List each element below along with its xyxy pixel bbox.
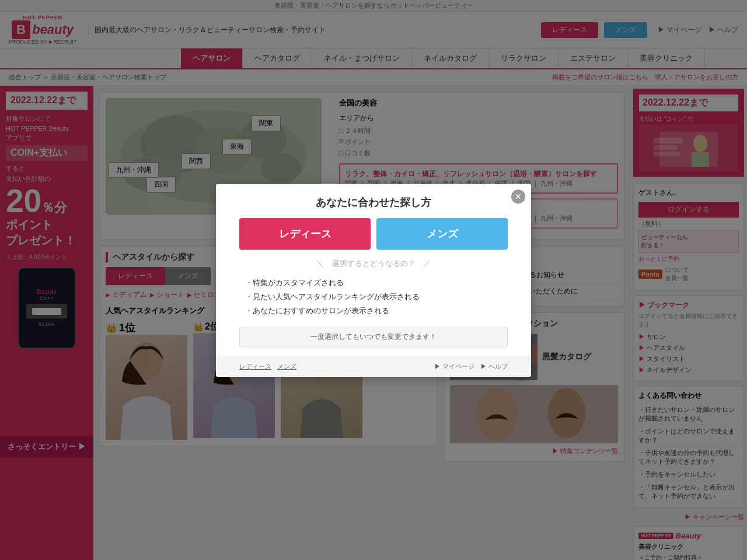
modal-benefits: 特集がカスタマイズされる 見たい人気ヘアスタイルランキングが表示される あなたに… (216, 276, 531, 318)
modal-footer: レディース メンズ ▶ マイページ ▶ ヘルプ (216, 356, 531, 377)
footer-ladies-link[interactable]: レディース (239, 362, 271, 371)
modal-gender-btns: レディース メンズ (216, 218, 531, 258)
modal-footer-navlinks: ▶ マイページ ▶ ヘルプ (434, 362, 508, 371)
footer-help-link[interactable]: ▶ ヘルプ (480, 362, 508, 371)
modal-note: 一度選択してもいつでも変更できます！ (239, 327, 508, 347)
question-prefix: ＼ (316, 259, 324, 268)
modal-footer-links: レディース メンズ (239, 362, 296, 371)
footer-mypage-link[interactable]: ▶ マイページ (434, 362, 474, 371)
footer-mens-link[interactable]: メンズ (277, 362, 296, 371)
modal-question: ＼ 選択するとどうなるの？ ／ (216, 258, 531, 269)
modal-benefit-2: 見たい人気ヘアスタイルランキングが表示される (245, 290, 502, 304)
modal-mens-btn[interactable]: メンズ (376, 218, 508, 250)
modal-benefit-3: あなたにおすすめのサロンが表示される (245, 304, 502, 318)
modal-close-btn[interactable]: ✕ (511, 190, 525, 204)
modal-overlay[interactable]: ✕ あなたに合わせた探し方 レディース メンズ ＼ 選択するとどうなるの？ ／ … (0, 0, 747, 560)
modal-ladies-btn[interactable]: レディース (239, 218, 371, 250)
modal-benefit-1: 特集がカスタマイズされる (245, 276, 502, 290)
question-text: 選択するとどうなるの？ (332, 259, 416, 268)
modal-title: あなたに合わせた探し方 (216, 184, 531, 218)
question-suffix: ／ (423, 259, 431, 268)
modal-box: ✕ あなたに合わせた探し方 レディース メンズ ＼ 選択するとどうなるの？ ／ … (216, 184, 531, 377)
